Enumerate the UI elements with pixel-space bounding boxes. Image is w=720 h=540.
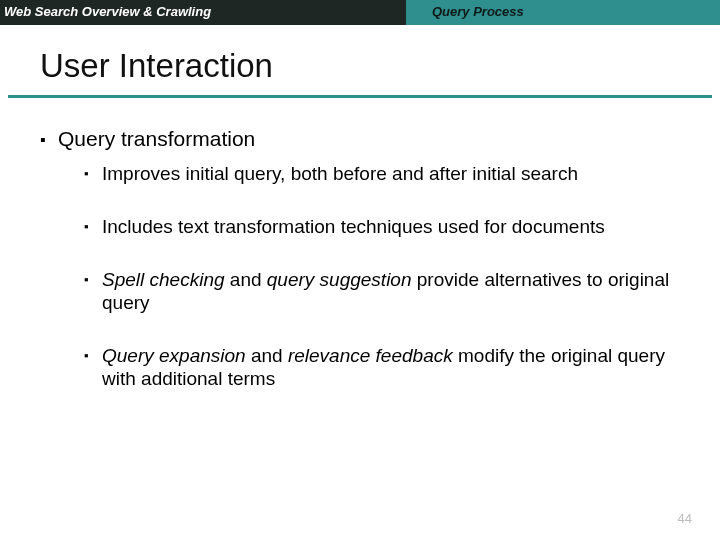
emph: Spell checking xyxy=(102,269,225,290)
bullet-lvl2-text: Improves initial query, both before and … xyxy=(102,162,680,185)
bullet-lvl2-group: ▪ Improves initial query, both before an… xyxy=(40,162,680,391)
header-right: Query Process xyxy=(406,0,720,25)
bullet-lvl2-text: Query expansion and relevance feedback m… xyxy=(102,344,680,390)
square-bullet-icon: ▪ xyxy=(84,162,102,185)
bullet-lvl2: ▪ Spell checking and query suggestion pr… xyxy=(84,268,680,314)
square-bullet-icon: ▪ xyxy=(84,215,102,238)
square-bullet-icon: ▪ xyxy=(84,268,102,314)
square-bullet-icon: ▪ xyxy=(40,126,58,152)
text: and xyxy=(225,269,267,290)
bullet-lvl2-text: Spell checking and query suggestion prov… xyxy=(102,268,680,314)
bullet-lvl2: ▪ Query expansion and relevance feedback… xyxy=(84,344,680,390)
emph: Query expansion xyxy=(102,345,246,366)
emph: relevance feedback xyxy=(288,345,453,366)
slide: Web Search Overview & Crawling Query Pro… xyxy=(0,0,720,540)
header-bar: Web Search Overview & Crawling Query Pro… xyxy=(0,0,720,25)
bullet-lvl1: ▪ Query transformation xyxy=(40,126,680,152)
header-left: Web Search Overview & Crawling xyxy=(0,0,406,25)
square-bullet-icon: ▪ xyxy=(84,344,102,390)
text: and xyxy=(246,345,288,366)
page-number: 44 xyxy=(678,511,692,526)
bullet-lvl1-text: Query transformation xyxy=(58,126,680,152)
bullet-lvl2-text: Includes text transformation techniques … xyxy=(102,215,680,238)
emph: query suggestion xyxy=(267,269,412,290)
bullet-lvl2: ▪ Improves initial query, both before an… xyxy=(84,162,680,185)
body: ▪ Query transformation ▪ Improves initia… xyxy=(0,98,720,391)
page-title: User Interaction xyxy=(0,25,720,95)
bullet-lvl2: ▪ Includes text transformation technique… xyxy=(84,215,680,238)
